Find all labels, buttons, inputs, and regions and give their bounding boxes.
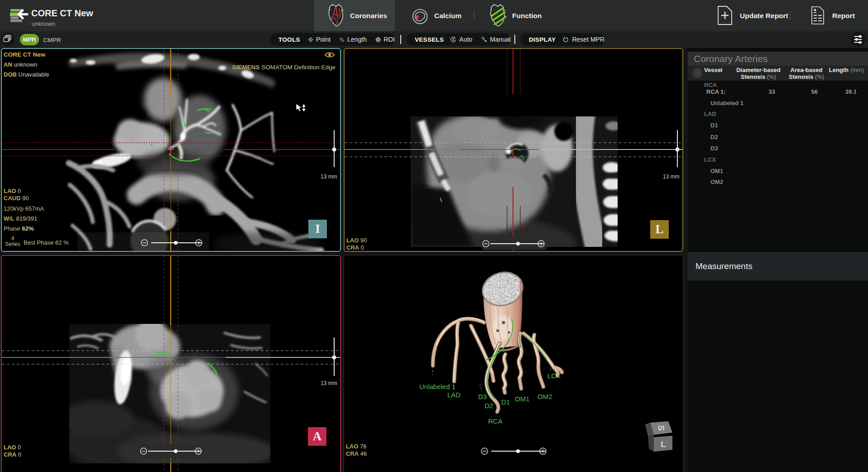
svg-text:OM1: OM1 xyxy=(515,395,530,403)
svg-text:RCA: RCA xyxy=(488,417,503,425)
svg-text:Unlabeled 1: Unlabeled 1 xyxy=(419,383,456,390)
svg-text:L: L xyxy=(661,439,666,449)
svg-text:LCX: LCX xyxy=(547,372,561,380)
svg-text:OM2: OM2 xyxy=(537,393,552,400)
svg-text:S: S xyxy=(656,425,666,431)
svg-text:D2: D2 xyxy=(484,402,493,409)
svg-text:D3: D3 xyxy=(478,393,487,400)
svg-text:LAD: LAD xyxy=(447,391,460,399)
svg-text:D1: D1 xyxy=(501,398,510,406)
